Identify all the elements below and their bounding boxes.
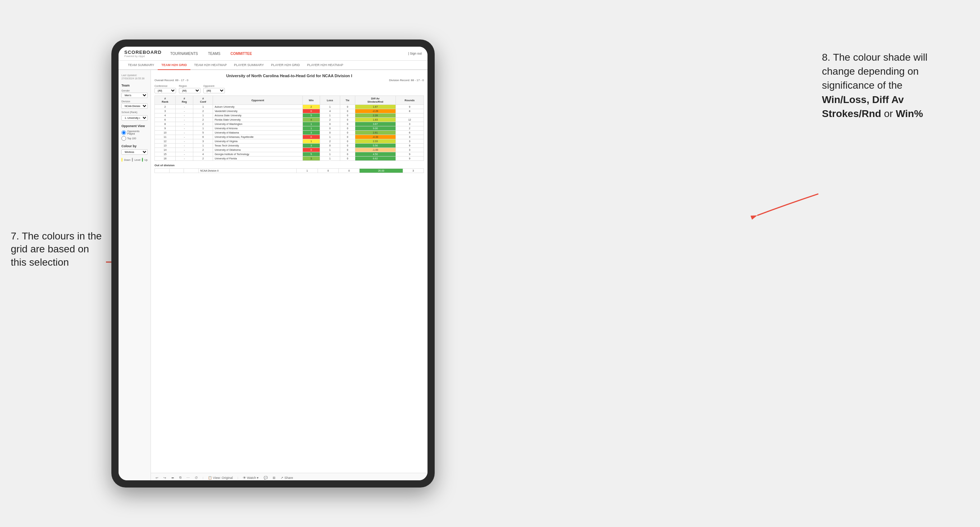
tablet-screen: SCOREBOARD Powered by clippd TOURNAMENTS…	[119, 47, 428, 480]
sub-nav-team-h2h-heatmap[interactable]: TEAM H2H HEATMAP	[190, 61, 230, 70]
cell-loss: 2	[320, 118, 340, 122]
col-rounds: Rounds	[396, 96, 423, 105]
nav-teams[interactable]: TEAMS	[207, 51, 222, 56]
cell-tie: 0	[340, 152, 355, 157]
ood-conf	[184, 169, 199, 173]
cell-conf: 2	[193, 157, 213, 161]
cell-rounds: 3	[396, 139, 423, 144]
cell-opponent: University of Virginia	[213, 139, 302, 144]
cell-diff: 4.50	[355, 152, 396, 157]
toolbar-back[interactable]: ⬅	[170, 476, 175, 480]
sub-nav-player-h2h-heatmap[interactable]: PLAYER H2H HEATMAP	[304, 61, 347, 70]
toolbar-grid[interactable]: ⊞	[272, 476, 277, 480]
cell-diff: 1.67	[355, 105, 396, 109]
cell-conf: 2	[193, 118, 213, 122]
opponent-view-title: Opponent View	[121, 124, 148, 128]
cell-win: 3	[302, 131, 320, 135]
overall-record: Overall Record: 89 - 17 - 0	[154, 79, 188, 82]
nav-committee[interactable]: COMMITTEE	[229, 51, 253, 56]
sub-nav-team-summary[interactable]: TEAM SUMMARY	[124, 61, 158, 70]
cell-reg: -	[175, 122, 193, 126]
cell-opponent: Texas Tech University	[213, 144, 302, 148]
conference-select[interactable]: (All)	[154, 88, 176, 93]
division-record: Division Record: 88 - 17 - 0	[389, 79, 424, 82]
sub-nav-team-h2h-grid[interactable]: TEAM H2H GRID	[158, 61, 190, 70]
sign-out-link[interactable]: | Sign out	[408, 52, 422, 55]
cell-win: 1	[302, 139, 320, 144]
filters-row: Conference (All) Region (All)	[154, 85, 424, 93]
ood-row: NCAA Division II 1 0 0 26.00 3	[155, 169, 424, 173]
gender-label: Gender	[121, 89, 148, 92]
cell-loss: 0	[320, 122, 340, 126]
cell-conf: 4	[193, 152, 213, 157]
region-select[interactable]: (All)	[179, 88, 200, 93]
ood-tie: 0	[339, 169, 360, 173]
annotation-right-line1: 8. The colour shade will change dependin…	[822, 52, 928, 91]
cell-rounds: 9	[396, 152, 423, 157]
toolbar-view[interactable]: 📋 View: Original	[207, 476, 234, 480]
school-label: School (Rank)	[121, 111, 148, 113]
cell-rank: 3	[155, 109, 176, 113]
cell-opponent: University of Arizona	[213, 126, 302, 131]
annotation-bold1: Win/Loss,	[822, 94, 869, 105]
cell-rank: 10	[155, 131, 176, 135]
table-row: 4 - 1 Arizona State University 5 1 0 2.2…	[155, 113, 424, 118]
legend-label-down: Down	[124, 159, 130, 161]
legend-dot-up	[142, 157, 143, 162]
radio-top100[interactable]: Top 100	[121, 136, 148, 141]
cell-win: 3	[302, 157, 320, 161]
cell-reg: -	[175, 144, 193, 148]
cell-loss: 1	[320, 113, 340, 118]
cell-loss: 0	[320, 131, 340, 135]
cell-rank: 16	[155, 157, 176, 161]
cell-diff: 5.56	[355, 144, 396, 148]
cell-rounds: 2	[396, 126, 423, 131]
toolbar-clock[interactable]: ⏱	[194, 476, 199, 480]
school-select[interactable]: 1. University of Nort...	[121, 115, 148, 121]
cell-diff: -2.29	[355, 109, 396, 113]
cell-loss: 2	[320, 139, 340, 144]
cell-tie: 0	[340, 144, 355, 148]
table-row: 9 - 1 University of Arizona 1 0 0 9.00 2	[155, 126, 424, 131]
annotation-left-text: 7. The colours in the grid are based on …	[11, 230, 102, 268]
cell-rank: 8	[155, 122, 176, 126]
toolbar-watch[interactable]: 👁 Watch ▾	[242, 476, 260, 480]
cell-rank: 12	[155, 139, 176, 144]
cell-rank: 11	[155, 135, 176, 139]
cell-rounds: 9	[396, 144, 423, 148]
opponent-select[interactable]: (All)	[203, 88, 225, 93]
division-select[interactable]: NCAA Division I	[121, 103, 148, 109]
toolbar-redo[interactable]: ↪	[162, 476, 167, 480]
cell-win: 0	[302, 135, 320, 139]
radio-group: Opponents Played Top 100	[121, 130, 148, 141]
cell-rank: 9	[155, 126, 176, 131]
cell-opponent: University of Florida	[213, 157, 302, 161]
cell-conf: 1	[193, 113, 213, 118]
sub-nav-player-summary[interactable]: PLAYER SUMMARY	[230, 61, 267, 70]
grid-title: University of North Carolina Head-to-Hea…	[154, 74, 424, 78]
gender-select[interactable]: Men's	[121, 93, 148, 98]
cell-opponent: Arizona State University	[213, 113, 302, 118]
table-row: 6 - 2 Florida State University 4 2 0 1.8…	[155, 118, 424, 122]
sub-nav-player-h2h-grid[interactable]: PLAYER H2H GRID	[267, 61, 303, 70]
cell-conf: 6	[193, 135, 213, 139]
toolbar-undo[interactable]: ↩	[154, 476, 159, 480]
ood-rounds: 3	[403, 169, 423, 173]
cell-tie: 0	[340, 122, 355, 126]
sub-nav: TEAM SUMMARY TEAM H2H GRID TEAM H2H HEAT…	[119, 61, 428, 70]
nav-tournaments[interactable]: TOURNAMENTS	[169, 51, 199, 56]
ood-diff: 26.00	[360, 169, 403, 173]
toolbar-dots[interactable]: ⋯	[185, 476, 191, 480]
main-content: Last Updated: 27/03/2024 16:55:38 Team G…	[119, 70, 428, 480]
annotation-left: 7. The colours in the grid are based on …	[11, 230, 104, 269]
cell-win: 0	[302, 109, 320, 113]
colour-by-select[interactable]: Win/loss	[121, 149, 148, 155]
radio-opponents-played[interactable]: Opponents Played	[121, 130, 148, 135]
toolbar-share[interactable]: ↗ Share	[280, 476, 294, 480]
toolbar-comment[interactable]: 💬	[262, 476, 269, 480]
right-panel: University of North Carolina Head-to-Hea…	[151, 70, 428, 473]
cell-opponent: University of Oklahoma	[213, 148, 302, 152]
cell-diff: 6.62	[355, 157, 396, 161]
toolbar-copy[interactable]: ⧉	[178, 475, 183, 480]
cell-win: 1	[302, 126, 320, 131]
